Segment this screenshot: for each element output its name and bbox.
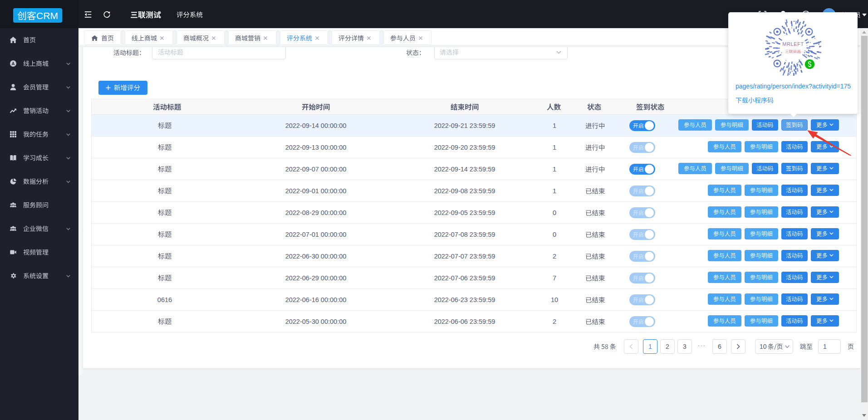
svg-text:MRLEFT: MRLEFT [782, 41, 804, 47]
